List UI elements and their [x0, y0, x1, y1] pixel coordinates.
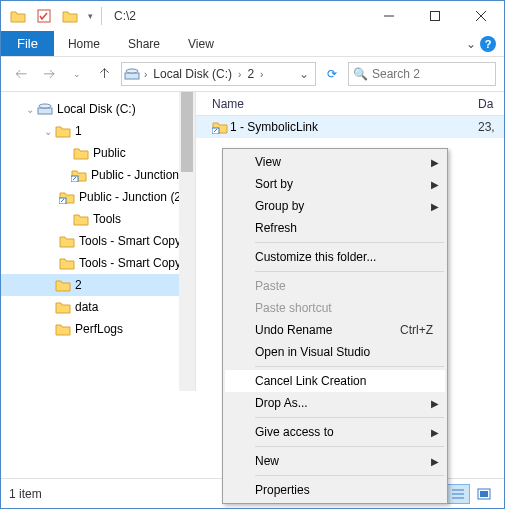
list-row[interactable]: 1 - SymbolicLink 23, — [196, 116, 504, 138]
back-button[interactable]: 🡠 — [9, 62, 33, 86]
tree-label: Public - Junction — [91, 168, 179, 182]
tree-label: Public — [93, 146, 126, 160]
cm-view[interactable]: View▶ — [225, 151, 445, 173]
list-header: Name Da — [196, 92, 504, 116]
cm-customize[interactable]: Customize this folder... — [225, 246, 445, 268]
tab-share[interactable]: Share — [114, 31, 174, 56]
breadcrumb[interactable]: › Local Disk (C:) › 2 › ⌄ — [121, 62, 316, 86]
cm-separator — [255, 242, 444, 243]
cm-giveaccess[interactable]: Give access to▶ — [225, 421, 445, 443]
status-count: 1 item — [9, 487, 42, 501]
tree-item[interactable]: PerfLogs — [1, 318, 195, 340]
tree-item[interactable]: ⌄1 — [1, 120, 195, 142]
cm-new[interactable]: New▶ — [225, 450, 445, 472]
column-date[interactable]: Da — [478, 97, 504, 111]
cm-groupby[interactable]: Group by▶ — [225, 195, 445, 217]
nav-tree: ⌄ Local Disk (C:) ⌄1 Public Public - Jun… — [1, 92, 196, 391]
tree-label: data — [75, 300, 98, 314]
tree-label: 2 — [75, 278, 82, 292]
cm-openvs[interactable]: Open in Visual Studio — [225, 341, 445, 363]
ribbon: File Home Share View ⌄ ? — [1, 31, 504, 57]
address-bar: 🡠 🡢 ⌄ 🡡 › Local Disk (C:) › 2 › ⌄ ⟳ 🔍 — [1, 57, 504, 91]
breadcrumb-seg-2[interactable]: 2 — [243, 63, 258, 85]
tree-item[interactable]: Public - Junction — [1, 164, 195, 186]
search-box[interactable]: 🔍 — [348, 62, 496, 86]
folder-icon — [59, 256, 75, 270]
tree-item[interactable]: Tools — [1, 208, 195, 230]
folder-icon — [55, 278, 71, 292]
svg-rect-5 — [125, 73, 139, 79]
breadcrumb-caret[interactable]: › — [260, 69, 263, 80]
cm-separator — [255, 271, 444, 272]
cm-separator — [255, 446, 444, 447]
tree-item[interactable]: Public — [1, 142, 195, 164]
cm-properties[interactable]: Properties — [225, 479, 445, 501]
context-menu: View▶ Sort by▶ Group by▶ Refresh Customi… — [222, 148, 448, 504]
tab-view[interactable]: View — [174, 31, 228, 56]
tree-item[interactable]: Tools - Smart Copy — [1, 230, 195, 252]
submenu-arrow-icon: ▶ — [431, 179, 439, 190]
folder-icon — [55, 322, 71, 336]
icons-view-button[interactable] — [472, 484, 496, 504]
submenu-arrow-icon: ▶ — [431, 201, 439, 212]
tree-item-current[interactable]: 2 — [1, 274, 195, 296]
details-view-button[interactable] — [446, 484, 470, 504]
tab-file[interactable]: File — [1, 31, 54, 56]
refresh-button[interactable]: ⟳ — [320, 62, 344, 86]
tree-item[interactable]: Public - Junction (2) — [1, 186, 195, 208]
search-input[interactable] — [372, 67, 491, 81]
tree-item-drive[interactable]: ⌄ Local Disk (C:) — [1, 98, 195, 120]
tree-label: 1 — [75, 124, 82, 138]
cm-dropas[interactable]: Drop As...▶ — [225, 392, 445, 414]
address-dropdown-icon[interactable]: ⌄ — [295, 67, 313, 81]
cm-separator — [255, 417, 444, 418]
up-button[interactable]: 🡡 — [93, 62, 117, 86]
qat-dropdown-icon[interactable]: ▾ — [85, 5, 95, 27]
submenu-arrow-icon: ▶ — [431, 398, 439, 409]
qat-newfolder-icon[interactable] — [59, 5, 81, 27]
tab-home[interactable]: Home — [54, 31, 114, 56]
recent-dropdown[interactable]: ⌄ — [65, 62, 89, 86]
help-icon[interactable]: ? — [480, 36, 496, 52]
submenu-arrow-icon: ▶ — [431, 157, 439, 168]
cm-separator — [255, 475, 444, 476]
cm-paste: Paste — [225, 275, 445, 297]
breadcrumb-caret[interactable]: › — [238, 69, 241, 80]
svg-rect-7 — [38, 108, 52, 114]
cm-cancellink[interactable]: Cancel Link Creation — [225, 370, 445, 392]
tree-label: Local Disk (C:) — [57, 102, 136, 116]
maximize-button[interactable] — [412, 1, 458, 31]
cm-separator — [255, 366, 444, 367]
drive-icon — [37, 102, 53, 116]
tree-label: Tools - Smart Copy — [79, 234, 181, 248]
cm-undorename[interactable]: Undo RenameCtrl+Z — [225, 319, 445, 341]
svg-rect-16 — [480, 491, 488, 497]
svg-point-6 — [126, 69, 138, 73]
folder-icon — [73, 212, 89, 226]
forward-button: 🡢 — [37, 62, 61, 86]
folder-shortcut-icon — [71, 168, 87, 182]
submenu-arrow-icon: ▶ — [431, 456, 439, 467]
search-icon: 🔍 — [353, 67, 368, 81]
breadcrumb-drive-icon[interactable]: › — [124, 67, 147, 81]
cm-sortby[interactable]: Sort by▶ — [225, 173, 445, 195]
folder-icon — [59, 234, 75, 248]
tree-item[interactable]: Tools - Smart Copy (2) — [1, 252, 195, 274]
close-button[interactable] — [458, 1, 504, 31]
qat-properties-icon[interactable] — [33, 5, 55, 27]
tree-item[interactable]: data — [1, 296, 195, 318]
tree-scrollbar[interactable] — [179, 92, 195, 391]
tree-label: Public - Junction (2) — [79, 190, 185, 204]
file-date: 23, — [478, 120, 504, 134]
svg-rect-2 — [431, 12, 440, 21]
breadcrumb-seg-1[interactable]: Local Disk (C:) — [149, 63, 236, 85]
tree-label: PerfLogs — [75, 322, 123, 336]
column-name[interactable]: Name — [212, 97, 478, 111]
submenu-arrow-icon: ▶ — [431, 427, 439, 438]
tree-label: Tools — [93, 212, 121, 226]
qat-folder-icon — [7, 5, 29, 27]
ribbon-expand-icon[interactable]: ⌄ — [466, 37, 476, 51]
minimize-button[interactable] — [366, 1, 412, 31]
file-name: 1 - SymbolicLink — [230, 120, 478, 134]
cm-refresh[interactable]: Refresh — [225, 217, 445, 239]
